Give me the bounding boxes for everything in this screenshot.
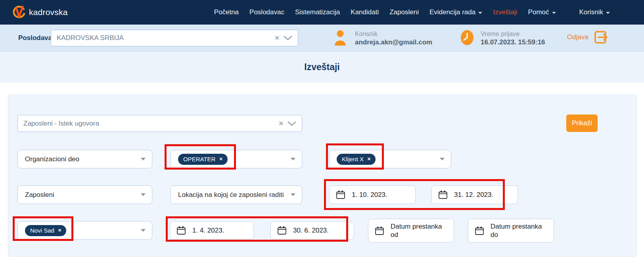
zaposleni-select[interactable]: Zaposleni — [17, 185, 152, 204]
main-nav: Početna Poslodavac Sistematizacija Kandi… — [214, 8, 610, 16]
nav-izvestaji[interactable]: Izveštaji — [493, 8, 517, 16]
title-band: Izveštaji — [0, 52, 644, 82]
date-from-field-2[interactable]: 1. 4. 2023. — [170, 221, 254, 240]
chevron-down-icon — [552, 12, 556, 14]
clock-icon — [460, 29, 474, 46]
korisnik-block: Korisnik andreja.akn@gmail.com — [355, 30, 432, 46]
datum-prestanka-od-field[interactable]: Datum prestanka od — [368, 219, 454, 242]
top-navbar: kadrovska Početna Poslodavac Sistematiza… — [0, 0, 644, 25]
nav-evidencija-rada[interactable]: Evidencija rada — [429, 8, 482, 16]
date-value: 1. 10. 2023. — [352, 191, 387, 199]
calendar-icon — [475, 226, 484, 235]
chevron-down-icon — [478, 12, 482, 14]
vreme-label: Vreme prijave — [481, 30, 545, 38]
show-button[interactable]: Prikaži — [566, 115, 598, 132]
chevron-down-icon — [291, 158, 295, 160]
chevron-down-icon[interactable] — [288, 121, 296, 126]
chevron-down-icon[interactable] — [284, 36, 292, 40]
user-icon — [334, 30, 346, 46]
mesto-select[interactable]: Novi Sad ✕ — [17, 221, 152, 240]
report-select[interactable]: Zaposleni - Istek ugovora ✕ — [17, 115, 302, 132]
calendar-icon — [336, 190, 345, 199]
tag-label: Klijent X — [342, 156, 364, 162]
date-to-field-2[interactable]: 30. 6. 2023. — [270, 221, 354, 240]
nav-poslodavac[interactable]: Poslodavac — [249, 8, 284, 16]
brand[interactable]: kadrovska — [12, 5, 68, 20]
klijent-select[interactable]: Klijent X ✕ — [329, 150, 451, 168]
zaposleni-placeholder: Zaposleni — [25, 191, 141, 199]
clear-icon[interactable]: ✕ — [270, 34, 284, 42]
date-placeholder: Datum prestanka do — [491, 222, 543, 239]
korisnik-label: Korisnik — [355, 30, 432, 38]
tag-label: Novi Sad — [30, 227, 54, 234]
date-value: 1. 4. 2023. — [192, 226, 224, 235]
date-from-field-1[interactable]: 1. 10. 2023. — [329, 185, 416, 204]
poslodavac-select-value: KADROVSKA SRBIJA — [51, 34, 270, 42]
chevron-down-icon — [141, 158, 146, 160]
tag-label: OPERATER — [183, 156, 215, 162]
logout-link[interactable]: Odjava — [567, 33, 588, 41]
poslodavac-label: Poslodavac — [18, 34, 56, 42]
chevron-down-icon — [291, 193, 295, 196]
vreme-block: Vreme prijave 16.07.2023. 15:59:16 — [481, 30, 545, 46]
nav-pocetna[interactable]: Početna — [214, 8, 239, 16]
date-to-field-1[interactable]: 31. 12. 2023. — [431, 185, 518, 204]
nav-kandidati[interactable]: Kandidati — [351, 8, 379, 16]
datum-prestanka-do-field[interactable]: Datum prestanka do — [468, 219, 554, 242]
poslodavac-select[interactable]: KADROVSKA SRBIJA ✕ — [51, 30, 298, 46]
vreme-value: 16.07.2023. 15:59:16 — [481, 38, 545, 46]
calendar-icon — [277, 226, 287, 235]
nav-korisnik[interactable]: Korisnik — [579, 8, 610, 16]
brand-name: kadrovska — [29, 8, 68, 17]
radno-mesto-select[interactable]: OPERATER ✕ — [171, 150, 302, 168]
date-placeholder: Datum prestanka od — [391, 222, 443, 239]
nav-sistematizacija[interactable]: Sistematizacija — [295, 8, 340, 16]
lokacija-select[interactable]: Lokacija na kojoj će zaposleni raditi — [171, 185, 302, 204]
korisnik-email: andreja.akn@gmail.com — [355, 38, 432, 46]
user-toolbar: Poslodavac KADROVSKA SRBIJA ✕ Korisnik a… — [0, 25, 644, 52]
chevron-down-icon — [141, 229, 146, 232]
calendar-icon — [176, 226, 186, 235]
chevron-down-icon — [141, 193, 146, 196]
remove-tag-icon[interactable]: ✕ — [367, 157, 371, 162]
organizacioni-deo-placeholder: Organizacioni deo — [25, 155, 141, 163]
nav-pomoc[interactable]: Pomoć — [528, 8, 556, 16]
brand-logo-icon — [12, 5, 26, 20]
clear-icon[interactable]: ✕ — [274, 120, 288, 127]
selected-tag-operater[interactable]: OPERATER ✕ — [178, 154, 228, 165]
calendar-icon — [375, 226, 384, 235]
remove-tag-icon[interactable]: ✕ — [58, 228, 61, 233]
nav-zaposleni[interactable]: Zaposleni — [389, 8, 419, 16]
logout-icon[interactable] — [593, 30, 609, 45]
organizacioni-deo-select[interactable]: Organizacioni deo — [17, 150, 152, 168]
selected-tag-klijent[interactable]: Klijent X ✕ — [337, 154, 376, 165]
page-title: Izveštaji — [304, 62, 340, 73]
date-value: 31. 12. 2023. — [454, 191, 493, 199]
date-value: 30. 6. 2023. — [293, 226, 329, 235]
chevron-down-icon — [606, 12, 610, 14]
remove-tag-icon[interactable]: ✕ — [219, 157, 222, 162]
calendar-icon — [438, 190, 448, 199]
selected-tag-novi-sad[interactable]: Novi Sad ✕ — [25, 225, 66, 236]
app-root: kadrovska Početna Poslodavac Sistematiza… — [0, 0, 644, 273]
lokacija-placeholder: Lokacija na kojoj će zaposleni raditi — [178, 191, 291, 199]
chevron-down-icon — [440, 158, 445, 160]
report-select-value: Zaposleni - Istek ugovora — [18, 120, 274, 128]
